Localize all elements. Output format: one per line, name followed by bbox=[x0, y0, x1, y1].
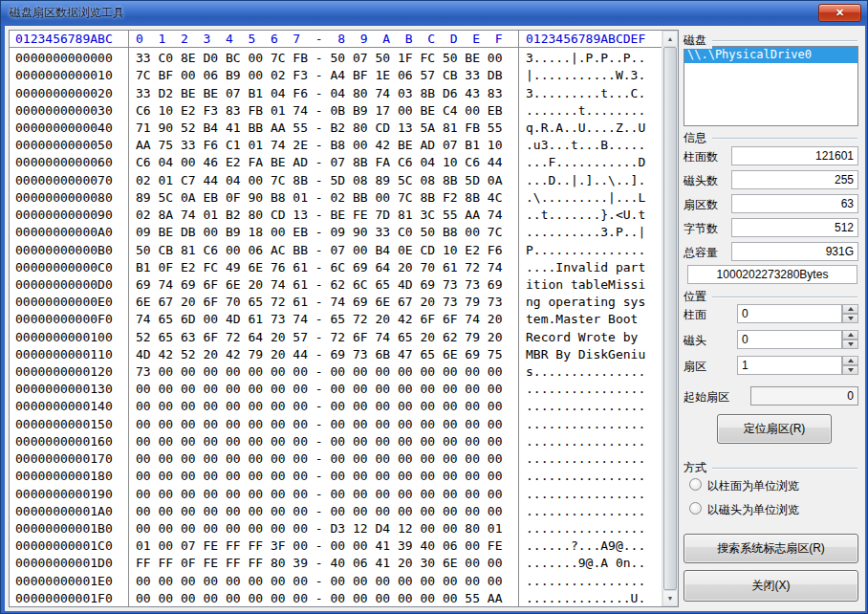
head-spinner bbox=[842, 330, 858, 349]
sector-field-row: 扇区 1 bbox=[684, 356, 858, 375]
row-ascii: ..........3.P..| bbox=[526, 225, 645, 239]
hex-row[interactable]: 00000000001D0FF FF 0F FE FF FF 80 39 - 4… bbox=[10, 554, 662, 571]
hex-row[interactable]: 000000000002033 D2 BE BE 07 B1 04 F6 - 0… bbox=[10, 83, 662, 100]
row-offset: 0000000000090 bbox=[15, 208, 113, 222]
row-ascii: ................ bbox=[526, 382, 645, 396]
disk-list-item[interactable]: \\.\PhysicalDrive0 bbox=[684, 47, 857, 63]
scroll-up-button[interactable]: ▲ bbox=[662, 31, 678, 47]
row-hex-bytes: AA 75 33 F6 C1 01 74 2E - B8 00 42 BE AD… bbox=[136, 138, 503, 152]
browse-by-cylinder-option[interactable]: 以柱面为单位浏览 bbox=[689, 477, 858, 493]
row-ascii: .......9@.A 0n.. bbox=[526, 556, 645, 570]
hex-row[interactable]: 000000000010052 65 63 6F 72 64 20 57 - 7… bbox=[10, 328, 662, 345]
radio-button-icon[interactable] bbox=[689, 502, 702, 515]
mode-group-label: 方式 bbox=[684, 460, 712, 476]
row-ascii: ................ bbox=[526, 521, 645, 536]
disk-list[interactable]: \\.\PhysicalDrive0 bbox=[684, 46, 858, 126]
hex-row[interactable]: 000000000000033 C0 8E D0 BC 00 7C FB - 5… bbox=[10, 49, 662, 66]
row-offset: 00000000001F0 bbox=[15, 590, 113, 604]
side-panel: 磁盘 \\.\PhysicalDrive0 信息 柱面数 121601 磁头数 … bbox=[684, 26, 858, 611]
row-hex-bytes: 7C BF 00 06 B9 00 02 F3 - A4 BF 1E 06 57… bbox=[136, 68, 503, 82]
hex-content[interactable]: 0123456789ABC 0 1 2 3 4 5 6 7 - 8 9 A B … bbox=[10, 31, 662, 606]
hex-scrollbar[interactable]: ▲ ▼ bbox=[662, 31, 678, 606]
hex-row[interactable]: 00000000000E06E 67 20 6F 70 65 72 61 - 7… bbox=[10, 293, 662, 310]
row-hex-bytes: 00 00 00 00 00 00 00 00 - 00 00 00 00 00… bbox=[136, 469, 503, 483]
sectors-label: 扇区数 bbox=[684, 197, 718, 213]
hex-row[interactable]: 00000000000B050 CB 81 C6 00 06 AC BB - 0… bbox=[10, 240, 662, 257]
hex-row[interactable]: 000000000016000 00 00 00 00 00 00 00 - 0… bbox=[10, 432, 662, 450]
position-group: 位置 bbox=[684, 289, 858, 304]
sector-input[interactable]: 1 bbox=[737, 356, 842, 375]
hex-row[interactable]: 00000000001A000 00 00 00 00 00 00 00 - 0… bbox=[10, 502, 662, 519]
row-hex-bytes: 50 CB 81 C6 00 06 AC BB - 07 00 B4 0E CD… bbox=[136, 242, 503, 256]
hex-row[interactable]: 00000000000A009 BE DB 00 B9 18 00 EB - 0… bbox=[10, 223, 662, 240]
hex-row[interactable]: 000000000007002 01 C7 44 04 00 7C 8B - 5… bbox=[10, 171, 662, 188]
window-title: 磁盘扇区数据浏览工具 bbox=[10, 1, 124, 25]
spin-up-button[interactable] bbox=[842, 304, 858, 314]
close-icon: ✕ bbox=[835, 7, 844, 19]
scrollbar-thumb[interactable] bbox=[663, 47, 677, 590]
scrollbar-track[interactable] bbox=[662, 47, 678, 590]
hex-row[interactable]: 00000000001B000 00 00 00 00 00 00 00 - D… bbox=[10, 519, 662, 537]
hex-row[interactable]: 00000000000F074 65 6D 00 4D 61 73 74 - 6… bbox=[10, 310, 662, 327]
row-offset: 0000000000190 bbox=[15, 486, 113, 500]
row-hex-bytes: 09 BE DB 00 B9 18 00 EB - 09 90 33 C0 50… bbox=[136, 225, 503, 239]
bytes-label: 字节数 bbox=[684, 221, 718, 237]
hex-row[interactable]: 000000000014000 00 00 00 00 00 00 00 - 0… bbox=[10, 397, 662, 414]
row-offset: 00000000001E0 bbox=[15, 573, 113, 587]
hex-row[interactable]: 00000000001E000 00 00 00 00 00 00 00 - 0… bbox=[10, 572, 662, 589]
row-hex-bytes: 00 00 00 00 00 00 00 00 - 00 00 00 00 00… bbox=[136, 503, 503, 517]
info-group-label: 信息 bbox=[684, 130, 712, 146]
hex-row[interactable]: 000000000012073 00 00 00 00 00 00 00 - 0… bbox=[10, 362, 662, 380]
spin-down-button[interactable] bbox=[842, 340, 858, 349]
row-offset: 0000000000050 bbox=[15, 138, 113, 152]
hex-row[interactable]: 000000000004071 90 52 B4 41 BB AA 55 - B… bbox=[10, 119, 662, 136]
hex-row[interactable]: 00000000000107C BF 00 06 B9 00 02 F3 - A… bbox=[10, 66, 662, 83]
radio-button-icon[interactable] bbox=[689, 478, 702, 491]
hex-row[interactable]: 00000000000D069 74 69 6F 6E 20 74 61 - 6… bbox=[10, 275, 662, 293]
hex-row[interactable]: 0000000000050AA 75 33 F6 C1 01 74 2E - B… bbox=[10, 136, 662, 153]
hex-row[interactable]: 000000000017000 00 00 00 00 00 00 00 - 0… bbox=[10, 450, 662, 467]
hex-row[interactable]: 000000000015000 00 00 00 00 00 00 00 - 0… bbox=[10, 415, 662, 432]
spin-up-button[interactable] bbox=[842, 356, 858, 365]
client-area: 0123456789ABC 0 1 2 3 4 5 6 7 - 8 9 A B … bbox=[5, 26, 865, 611]
hex-row[interactable]: 00000000001104D 42 52 20 42 79 20 44 - 6… bbox=[10, 345, 662, 362]
browse-by-head-option[interactable]: 以磁头为单位浏览 bbox=[689, 501, 858, 516]
hex-rows[interactable]: 000000000000033 C0 8E D0 BC 00 7C FB - 5… bbox=[10, 49, 662, 606]
scroll-down-button[interactable]: ▼ bbox=[662, 590, 678, 606]
head-input[interactable]: 0 bbox=[737, 330, 842, 349]
spin-down-button[interactable] bbox=[842, 314, 858, 323]
browse-by-cylinder-label: 以柱面为单位浏览 bbox=[707, 478, 799, 494]
row-hex-bytes: C6 04 00 46 E2 FA BE AD - 07 8B FA C6 04… bbox=[136, 155, 503, 169]
row-offset: 0000000000180 bbox=[15, 469, 113, 483]
hex-row[interactable]: 000000000008089 5C 0A EB 0F 90 B8 01 - 0… bbox=[10, 188, 662, 206]
search-system-flag-sector-button[interactable]: 搜索系统标志扇区(R) bbox=[684, 534, 858, 563]
hex-row[interactable]: 00000000001C001 00 07 FE FF FF 3F 00 - 0… bbox=[10, 537, 662, 554]
row-offset: 0000000000030 bbox=[15, 102, 113, 117]
cylinder-input[interactable]: 0 bbox=[737, 304, 842, 323]
row-offset: 00000000000A0 bbox=[15, 225, 113, 239]
spin-down-button[interactable] bbox=[842, 365, 858, 375]
close-button[interactable]: ✕ bbox=[818, 4, 861, 22]
row-hex-bytes: C6 10 E2 F3 83 FB 01 74 - 0B B9 17 00 BE… bbox=[136, 102, 503, 117]
hex-row[interactable]: 000000000013000 00 00 00 00 00 00 00 - 0… bbox=[10, 380, 662, 397]
row-offset: 00000000000B0 bbox=[15, 242, 113, 256]
hex-row[interactable]: 000000000019000 00 00 00 00 00 00 00 - 0… bbox=[10, 484, 662, 501]
hex-row[interactable]: 000000000009002 8A 74 01 B2 80 CD 13 - B… bbox=[10, 206, 662, 223]
row-ascii: 3.........t...C. bbox=[526, 85, 645, 99]
row-hex-bytes: 74 65 6D 00 4D 61 73 74 - 65 72 20 42 6F… bbox=[136, 312, 503, 326]
row-hex-bytes: 73 00 00 00 00 00 00 00 - 00 00 00 00 00… bbox=[136, 364, 503, 379]
close-dialog-button[interactable]: 关闭(X) bbox=[684, 570, 858, 602]
titlebar[interactable]: 磁盘扇区数据浏览工具 ✕ bbox=[1, 1, 867, 26]
hex-row[interactable]: 000000000018000 00 00 00 00 00 00 00 - 0… bbox=[10, 467, 662, 484]
hex-row[interactable]: 0000000000060C6 04 00 46 E2 FA BE AD - 0… bbox=[10, 153, 662, 170]
locate-sector-button[interactable]: 定位扇区(R) bbox=[717, 414, 832, 444]
scroll-down-icon: ▼ bbox=[667, 595, 674, 602]
position-group-label: 位置 bbox=[684, 289, 712, 305]
app-window: 磁盘扇区数据浏览工具 ✕ 0123456789ABC 0 1 2 3 4 5 6… bbox=[0, 0, 868, 614]
row-offset: 00000000001B0 bbox=[15, 521, 113, 536]
hex-row[interactable]: 00000000001F000 00 00 00 00 00 00 00 - 0… bbox=[10, 589, 662, 606]
hex-row[interactable]: 00000000000C0B1 0F E2 FC 49 6E 76 61 - 6… bbox=[10, 258, 662, 275]
bytes-row: 字节数 512 bbox=[684, 218, 858, 237]
hex-row[interactable]: 0000000000030C6 10 E2 F3 83 FB 01 74 - 0… bbox=[10, 101, 662, 119]
spin-up-button[interactable] bbox=[842, 330, 858, 340]
